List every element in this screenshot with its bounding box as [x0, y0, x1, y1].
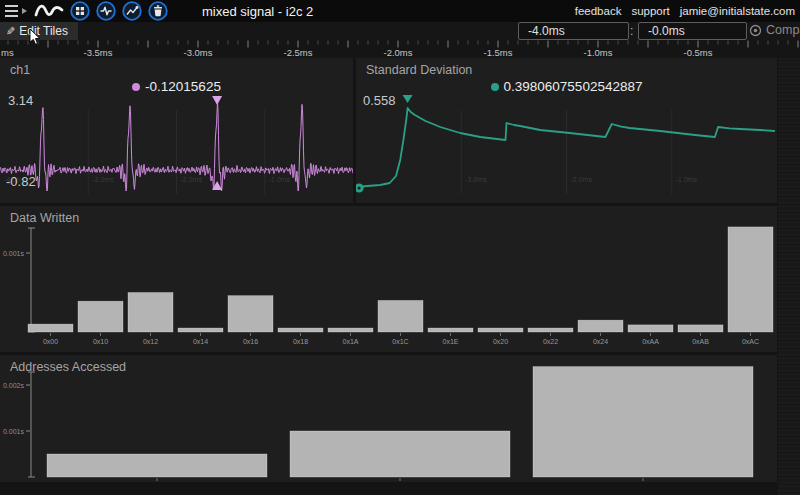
- tile-std-title: Standard Deviation: [366, 63, 472, 77]
- toolbar: ✎ Edit Tiles : Compare: [0, 22, 800, 40]
- tile-ch1-title: ch1: [10, 63, 30, 77]
- bar-0x00[interactable]: [47, 454, 267, 477]
- bar-label: 0x20: [493, 338, 508, 345]
- bar-0xAA[interactable]: [628, 325, 673, 332]
- bar-0x1C[interactable]: [378, 300, 423, 332]
- bar-label: 0x1E: [443, 338, 459, 345]
- chart-axis-label: -2.0ms: [181, 176, 203, 183]
- bucket-title: mixed signal - i2c 2: [202, 4, 313, 19]
- bucket-app-icon[interactable]: [148, 1, 168, 21]
- legend-dot-purple: [132, 83, 140, 91]
- addresses-accessed-chart[interactable]: 0.002s0.001s0x000x0D0x50: [0, 355, 777, 482]
- bar-0x22[interactable]: [528, 328, 573, 332]
- bar-0x12[interactable]: [128, 293, 173, 333]
- y-tick-label: 0.002s: [3, 382, 25, 389]
- tile-standard-deviation: Standard Deviation 0.39806075502542887 0…: [356, 58, 777, 203]
- std-y-max: 0.558: [363, 93, 396, 108]
- compare-label: Compare: [766, 23, 800, 37]
- bar-label: 0xAA: [642, 338, 659, 345]
- bar-label: 0x18: [293, 338, 308, 345]
- waves-app-icon[interactable]: [96, 1, 116, 21]
- scrollbar-gutter[interactable]: [778, 58, 800, 495]
- bar-0x16[interactable]: [228, 296, 273, 332]
- ruler-label: -3.5ms: [83, 47, 112, 58]
- bar-label: 0x10: [93, 338, 108, 345]
- std-peak-marker[interactable]: [403, 95, 413, 103]
- tile-aa-title: Addresses Accessed: [10, 360, 126, 374]
- bar-label: 0x16: [243, 338, 258, 345]
- y-tick-label: 0.001s: [3, 428, 25, 435]
- tile-addresses-accessed: Addresses Accessed 0.002s0.001s0x000x0D0…: [0, 355, 777, 482]
- range-end-input[interactable]: [638, 22, 747, 40]
- top-bar: mixed signal - i2c 2 feedback support ja…: [0, 0, 800, 22]
- bar-0x24[interactable]: [578, 320, 623, 332]
- ruler-label: -1.5ms: [483, 47, 512, 58]
- lines-app-icon[interactable]: [122, 1, 142, 21]
- top-bar-links: feedback support jamie@initialstate.com: [575, 5, 800, 17]
- tile-dw-title: Data Written: [10, 211, 79, 225]
- top-bar-left: mixed signal - i2c 2: [0, 0, 313, 22]
- bar-label: 0xAB: [692, 338, 709, 345]
- chart-axis-label: -2.0ms: [571, 176, 593, 183]
- ruler-label: -3.0ms: [183, 47, 212, 58]
- bar-0xAC[interactable]: [728, 227, 773, 332]
- edit-tiles-label: Edit Tiles: [19, 24, 68, 38]
- feedback-link[interactable]: feedback: [575, 5, 622, 17]
- app-root: mixed signal - i2c 2 feedback support ja…: [0, 0, 800, 495]
- bar-0x1A[interactable]: [328, 328, 373, 332]
- expand-arrow-icon: [22, 8, 27, 14]
- bar-0x00[interactable]: [28, 324, 73, 332]
- ruler-label: ms: [1, 47, 14, 58]
- ruler-label: -2.5ms: [283, 47, 312, 58]
- y-tick-label: 0.001s: [3, 250, 25, 257]
- bar-0x50[interactable]: [533, 367, 753, 477]
- bar-0x1E[interactable]: [428, 328, 473, 332]
- compare-icon: [749, 24, 762, 37]
- std-start-marker-hole: [358, 186, 361, 189]
- tile-ch1-selected-value: -0.12015625: [145, 79, 221, 94]
- ruler-label: -2.0ms: [383, 47, 412, 58]
- bar-label: 0x24: [593, 338, 608, 345]
- tile-data-written: Data Written 0.001s0x000x100x120x140x160…: [0, 206, 777, 352]
- user-email-link[interactable]: jamie@initialstate.com: [680, 5, 795, 17]
- chart-axis-label: -1.0ms: [269, 176, 291, 183]
- initialstate-logo-icon[interactable]: [34, 0, 64, 22]
- bar-0xAB[interactable]: [678, 325, 723, 332]
- tile-std-selected-value: 0.39806075502542887: [504, 79, 643, 94]
- bar-0x20[interactable]: [478, 328, 523, 332]
- bar-label: 0x14: [193, 338, 208, 345]
- bar-label: 0xAC: [742, 338, 759, 345]
- bar-label: 0x22: [543, 338, 558, 345]
- pencil-icon: ✎: [6, 25, 15, 38]
- support-link[interactable]: support: [631, 5, 669, 17]
- ch1-marker-top[interactable]: [212, 96, 222, 105]
- data-written-chart[interactable]: 0.001s0x000x100x120x140x160x180x1A0x1C0x…: [0, 206, 777, 352]
- bar-0x18[interactable]: [278, 328, 323, 332]
- bar-label: 0x00: [43, 338, 58, 345]
- chart-axis-label: -1.0ms: [676, 176, 698, 183]
- tile-std-legend: 0.39806075502542887: [356, 79, 777, 94]
- bar-label: 0x12: [143, 338, 158, 345]
- ruler-label: -0.5ms: [683, 47, 712, 58]
- bar-0x14[interactable]: [178, 328, 223, 332]
- ruler-label: -1.0ms: [583, 47, 612, 58]
- timeline-ruler[interactable]: ms-3.5ms-3.0ms-2.5ms-2.0ms-1.5ms-1.0ms-0…: [0, 40, 800, 58]
- tile-ch1-legend: -0.12015625: [0, 79, 353, 94]
- bar-label: 0x1A: [343, 338, 359, 345]
- bar-label: 0x1C: [392, 338, 408, 345]
- ch1-y-max: 3.14: [8, 93, 33, 108]
- tile-ch1: ch1 -0.12015625 3.14 -0.82 -4.0ms-3.0ms-…: [0, 58, 353, 203]
- compare-toggle[interactable]: Compare: [749, 23, 800, 37]
- bar-0x10[interactable]: [78, 301, 123, 332]
- range-start-input[interactable]: [518, 22, 629, 40]
- ch1-y-min: -0.82: [6, 174, 36, 189]
- mouse-cursor: [29, 28, 41, 46]
- legend-dot-green: [491, 83, 499, 91]
- tiles-app-icon[interactable]: [70, 1, 90, 21]
- menu-icon[interactable]: [4, 4, 28, 18]
- chart-axis-label: -3.0ms: [465, 176, 487, 183]
- chart-axis-label: -3.0ms: [92, 176, 114, 183]
- range-separator: :: [630, 24, 633, 38]
- bar-0x0D[interactable]: [290, 431, 510, 477]
